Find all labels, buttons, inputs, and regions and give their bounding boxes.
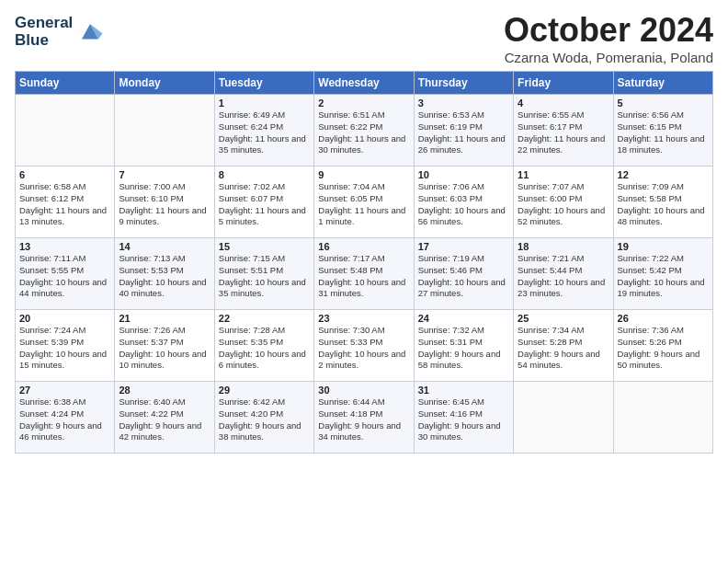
day-info: Sunrise: 6:51 AMSunset: 6:22 PMDaylight:… [318,109,409,156]
header: General Blue October 2024 Czarna Woda, P… [15,11,713,65]
day-header-tuesday: Tuesday [214,72,313,95]
day-info: Sunrise: 7:21 AMSunset: 5:44 PMDaylight:… [518,253,609,300]
calendar-cell: 9Sunrise: 7:04 AMSunset: 6:05 PMDaylight… [314,167,414,238]
day-number: 29 [219,385,310,396]
day-info: Sunrise: 6:45 AMSunset: 4:16 PMDaylight:… [418,396,509,443]
calendar-cell: 28Sunrise: 6:40 AMSunset: 4:22 PMDayligh… [115,382,214,454]
day-info: Sunrise: 6:55 AMSunset: 6:17 PMDaylight:… [518,109,609,156]
day-number: 8 [219,169,310,180]
day-info: Sunrise: 7:15 AMSunset: 5:51 PMDaylight:… [219,253,310,300]
day-info: Sunrise: 7:11 AMSunset: 5:55 PMDaylight:… [19,253,110,300]
calendar-week-2: 6Sunrise: 6:58 AMSunset: 6:12 PMDaylight… [16,167,713,238]
day-number: 23 [318,313,409,324]
calendar-cell: 23Sunrise: 7:30 AMSunset: 5:33 PMDayligh… [314,310,414,382]
calendar-cell: 18Sunrise: 7:21 AMSunset: 5:44 PMDayligh… [514,238,613,310]
calendar-cell: 15Sunrise: 7:15 AMSunset: 5:51 PMDayligh… [214,238,313,310]
day-number: 19 [618,241,709,252]
calendar-cell: 22Sunrise: 7:28 AMSunset: 5:35 PMDayligh… [214,310,313,382]
calendar-cell: 10Sunrise: 7:06 AMSunset: 6:03 PMDayligh… [414,167,513,238]
calendar-cell: 11Sunrise: 7:07 AMSunset: 6:00 PMDayligh… [514,167,613,238]
day-header-monday: Monday [115,72,214,95]
calendar-cell [115,95,214,167]
calendar-cell: 21Sunrise: 7:26 AMSunset: 5:37 PMDayligh… [115,310,214,382]
day-number: 6 [19,169,110,180]
day-header-saturday: Saturday [613,72,712,95]
logo-line1: General [15,14,73,31]
day-info: Sunrise: 7:06 AMSunset: 6:03 PMDaylight:… [418,181,509,228]
calendar-cell: 25Sunrise: 7:34 AMSunset: 5:28 PMDayligh… [514,310,613,382]
page-container: General Blue October 2024 Czarna Woda, P… [0,0,728,461]
calendar-cell: 17Sunrise: 7:19 AMSunset: 5:46 PMDayligh… [414,238,513,310]
calendar-cell: 8Sunrise: 7:02 AMSunset: 6:07 PMDaylight… [214,167,313,238]
day-number: 16 [318,241,409,252]
day-header-thursday: Thursday [414,72,513,95]
calendar-cell: 14Sunrise: 7:13 AMSunset: 5:53 PMDayligh… [115,238,214,310]
calendar-cell: 2Sunrise: 6:51 AMSunset: 6:22 PMDaylight… [314,95,414,167]
day-info: Sunrise: 7:34 AMSunset: 5:28 PMDaylight:… [518,325,609,372]
calendar-header-row: SundayMondayTuesdayWednesdayThursdayFrid… [16,72,713,95]
day-number: 3 [418,98,509,109]
day-number: 10 [418,169,509,180]
calendar-cell: 3Sunrise: 6:53 AMSunset: 6:19 PMDaylight… [414,95,513,167]
logo: General Blue [15,15,104,49]
calendar-cell: 12Sunrise: 7:09 AMSunset: 5:58 PMDayligh… [613,167,712,238]
day-number: 2 [318,98,409,109]
day-number: 14 [119,241,210,252]
day-header-friday: Friday [514,72,613,95]
day-number: 11 [518,169,609,180]
day-info: Sunrise: 7:17 AMSunset: 5:48 PMDaylight:… [318,253,409,300]
day-number: 18 [518,241,609,252]
calendar-week-1: 1Sunrise: 6:49 AMSunset: 6:24 PMDaylight… [16,95,713,167]
logo-icon [76,18,104,46]
day-info: Sunrise: 7:13 AMSunset: 5:53 PMDaylight:… [119,253,210,300]
day-number: 15 [219,241,310,252]
day-number: 30 [318,385,409,396]
calendar-cell: 27Sunrise: 6:38 AMSunset: 4:24 PMDayligh… [16,382,115,454]
day-info: Sunrise: 7:00 AMSunset: 6:10 PMDaylight:… [119,181,210,228]
day-info: Sunrise: 7:28 AMSunset: 5:35 PMDaylight:… [219,325,310,372]
day-number: 22 [219,313,310,324]
day-number: 12 [618,169,709,180]
day-info: Sunrise: 7:07 AMSunset: 6:00 PMDaylight:… [518,181,609,228]
day-number: 28 [119,385,210,396]
calendar-cell: 20Sunrise: 7:24 AMSunset: 5:39 PMDayligh… [16,310,115,382]
calendar-cell: 26Sunrise: 7:36 AMSunset: 5:26 PMDayligh… [613,310,712,382]
calendar-week-5: 27Sunrise: 6:38 AMSunset: 4:24 PMDayligh… [16,382,713,454]
calendar-cell: 4Sunrise: 6:55 AMSunset: 6:17 PMDaylight… [514,95,613,167]
day-info: Sunrise: 7:36 AMSunset: 5:26 PMDaylight:… [618,325,709,372]
day-header-sunday: Sunday [16,72,115,95]
day-info: Sunrise: 7:32 AMSunset: 5:31 PMDaylight:… [418,325,509,372]
calendar-cell: 13Sunrise: 7:11 AMSunset: 5:55 PMDayligh… [16,238,115,310]
day-number: 20 [19,313,110,324]
day-info: Sunrise: 6:56 AMSunset: 6:15 PMDaylight:… [618,109,709,156]
calendar-cell: 30Sunrise: 6:44 AMSunset: 4:18 PMDayligh… [314,382,414,454]
day-number: 1 [219,98,310,109]
logo-line2: Blue [15,31,49,49]
calendar-cell: 6Sunrise: 6:58 AMSunset: 6:12 PMDaylight… [16,167,115,238]
day-info: Sunrise: 7:02 AMSunset: 6:07 PMDaylight:… [219,181,310,228]
day-info: Sunrise: 6:38 AMSunset: 4:24 PMDaylight:… [19,396,110,443]
calendar-cell: 16Sunrise: 7:17 AMSunset: 5:48 PMDayligh… [314,238,414,310]
day-number: 13 [19,241,110,252]
day-info: Sunrise: 6:49 AMSunset: 6:24 PMDaylight:… [219,109,310,156]
day-info: Sunrise: 6:40 AMSunset: 4:22 PMDaylight:… [119,396,210,443]
day-number: 4 [518,98,609,109]
calendar-cell: 29Sunrise: 6:42 AMSunset: 4:20 PMDayligh… [214,382,313,454]
calendar-table: SundayMondayTuesdayWednesdayThursdayFrid… [15,71,713,454]
title-block: October 2024 Czarna Woda, Pomerania, Pol… [504,11,713,65]
calendar-cell: 31Sunrise: 6:45 AMSunset: 4:16 PMDayligh… [414,382,513,454]
location-subtitle: Czarna Woda, Pomerania, Poland [504,50,713,65]
day-info: Sunrise: 7:04 AMSunset: 6:05 PMDaylight:… [318,181,409,228]
calendar-cell: 1Sunrise: 6:49 AMSunset: 6:24 PMDaylight… [214,95,313,167]
calendar-cell [613,382,712,454]
day-number: 24 [418,313,509,324]
day-info: Sunrise: 6:42 AMSunset: 4:20 PMDaylight:… [219,396,310,443]
calendar-week-3: 13Sunrise: 7:11 AMSunset: 5:55 PMDayligh… [16,238,713,310]
calendar-cell: 5Sunrise: 6:56 AMSunset: 6:15 PMDaylight… [613,95,712,167]
day-info: Sunrise: 7:26 AMSunset: 5:37 PMDaylight:… [119,325,210,372]
day-number: 25 [518,313,609,324]
calendar-cell: 24Sunrise: 7:32 AMSunset: 5:31 PMDayligh… [414,310,513,382]
calendar-cell: 19Sunrise: 7:22 AMSunset: 5:42 PMDayligh… [613,238,712,310]
day-info: Sunrise: 7:30 AMSunset: 5:33 PMDaylight:… [318,325,409,372]
calendar-week-4: 20Sunrise: 7:24 AMSunset: 5:39 PMDayligh… [16,310,713,382]
